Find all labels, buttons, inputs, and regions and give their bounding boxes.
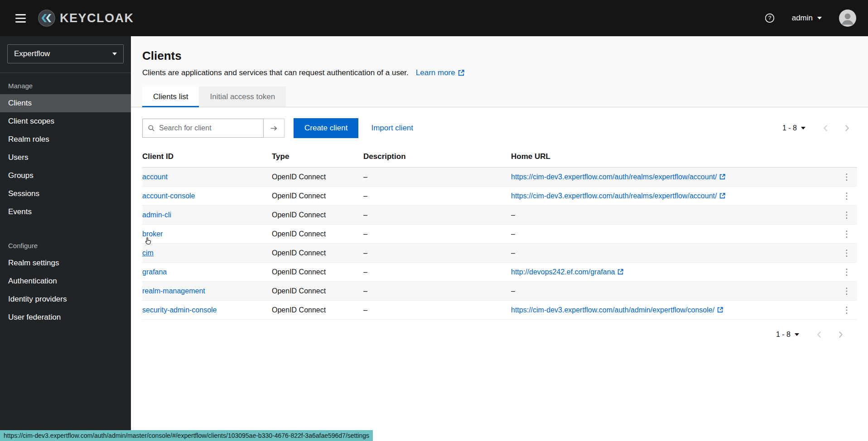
client-id-link[interactable]: grafana bbox=[142, 268, 167, 276]
external-link-icon bbox=[717, 307, 723, 313]
toolbar: Create client Import client 1 - 8 bbox=[131, 107, 868, 146]
pagination-bottom: 1 - 8 bbox=[131, 320, 868, 339]
external-link-icon bbox=[719, 193, 725, 199]
sidebar-item-events[interactable]: Events bbox=[0, 203, 131, 221]
kebab-menu-button[interactable]: ⋮ bbox=[839, 210, 855, 220]
client-type: OpenID Connect bbox=[272, 206, 363, 225]
col-header-description: Description bbox=[363, 146, 511, 168]
client-description: – bbox=[363, 301, 511, 320]
client-type: OpenID Connect bbox=[272, 263, 363, 282]
username-label: admin bbox=[792, 14, 813, 23]
kebab-icon: ⋮ bbox=[843, 229, 851, 239]
sidebar-section-configure: Configure Realm settings Authentication … bbox=[0, 221, 131, 326]
pagination-dropdown[interactable]: 1 - 8 bbox=[782, 124, 805, 132]
client-description: – bbox=[363, 225, 511, 244]
create-client-button[interactable]: Create client bbox=[294, 118, 358, 138]
client-id-link[interactable]: admin-cli bbox=[142, 211, 171, 219]
hamburger-icon bbox=[14, 12, 27, 24]
kebab-menu-button[interactable]: ⋮ bbox=[839, 248, 855, 258]
prev-page-button[interactable] bbox=[822, 124, 830, 132]
brand-logo: KEYCLOAK bbox=[38, 9, 134, 27]
table-row: admin-cli OpenID Connect – – ⋮ bbox=[142, 206, 857, 225]
kebab-menu-button[interactable]: ⋮ bbox=[839, 305, 855, 315]
sidebar-section-manage: Manage Clients Client scopes Realm roles… bbox=[0, 73, 131, 221]
sidebar-item-realm-roles[interactable]: Realm roles bbox=[0, 130, 131, 149]
table-row: cim OpenID Connect – – ⋮ bbox=[142, 244, 857, 263]
caret-down-icon bbox=[817, 17, 822, 19]
statusbar-link-preview: https://cim-dev3.expertflow.com/auth/adm… bbox=[0, 430, 373, 441]
chevron-right-icon bbox=[836, 331, 844, 339]
client-description: – bbox=[363, 187, 511, 206]
avatar-button[interactable] bbox=[839, 10, 856, 27]
sidebar-item-sessions[interactable]: Sessions bbox=[0, 185, 131, 203]
help-icon: ? bbox=[765, 13, 775, 23]
realm-selector[interactable]: Expertflow bbox=[7, 44, 124, 63]
table-row: security-admin-console OpenID Connect – … bbox=[142, 301, 857, 320]
masthead-right: ? admin bbox=[765, 10, 856, 27]
kebab-menu-button[interactable]: ⋮ bbox=[839, 286, 855, 296]
chevron-left-icon bbox=[815, 331, 824, 339]
external-link-icon bbox=[719, 174, 725, 180]
kebab-menu-button[interactable]: ⋮ bbox=[839, 191, 855, 201]
client-id-link[interactable]: cim bbox=[142, 249, 154, 257]
keycloak-logo-icon bbox=[38, 9, 56, 27]
home-url-link[interactable]: http://devops242.ef.com/grafana bbox=[511, 268, 623, 276]
import-client-link[interactable]: Import client bbox=[371, 124, 413, 133]
sidebar-item-clients[interactable]: Clients bbox=[0, 94, 131, 112]
realm-selector-label: Expertflow bbox=[14, 49, 50, 58]
client-description: – bbox=[363, 244, 511, 263]
home-url-link[interactable]: https://cim-dev3.expertflow.com/auth/rea… bbox=[511, 192, 725, 200]
table-row: realm-management OpenID Connect – – ⋮ bbox=[142, 282, 857, 301]
page-subtitle: Clients are applications and services th… bbox=[142, 68, 409, 77]
chevron-down-icon bbox=[112, 53, 117, 55]
sidebar-item-client-scopes[interactable]: Client scopes bbox=[0, 112, 131, 130]
chevron-left-icon bbox=[822, 124, 830, 132]
help-button[interactable]: ? bbox=[765, 13, 775, 23]
client-description: – bbox=[363, 206, 511, 225]
client-type: OpenID Connect bbox=[272, 244, 363, 263]
client-home-url: – bbox=[511, 244, 836, 263]
client-id-link[interactable]: account bbox=[142, 173, 168, 181]
col-header-home-url: Home URL bbox=[511, 146, 836, 168]
nav-toggle-button[interactable] bbox=[12, 10, 29, 27]
kebab-menu-button[interactable]: ⋮ bbox=[839, 267, 855, 277]
pagination-range-label: 1 - 8 bbox=[776, 331, 791, 339]
sidebar: Expertflow Manage Clients Client scopes … bbox=[0, 36, 131, 441]
user-menu-dropdown[interactable]: admin bbox=[792, 14, 822, 23]
client-id-link[interactable]: broker bbox=[142, 230, 163, 238]
sidebar-item-groups[interactable]: Groups bbox=[0, 167, 131, 185]
client-home-url: – bbox=[511, 206, 836, 225]
tab-initial-access-token[interactable]: Initial access token bbox=[199, 86, 286, 107]
sidebar-item-user-federation[interactable]: User federation bbox=[0, 308, 131, 326]
kebab-menu-button[interactable]: ⋮ bbox=[839, 172, 855, 182]
pagination-dropdown[interactable]: 1 - 8 bbox=[776, 331, 799, 339]
prev-page-button[interactable] bbox=[815, 331, 824, 339]
col-header-actions bbox=[836, 146, 857, 168]
clients-table: Client ID Type Description Home URL acco… bbox=[142, 146, 857, 320]
client-id-link[interactable]: security-admin-console bbox=[142, 306, 217, 314]
client-id-link[interactable]: realm-management bbox=[142, 287, 205, 295]
learn-more-link[interactable]: Learn more bbox=[416, 68, 464, 77]
client-id-link[interactable]: account-console bbox=[142, 192, 195, 200]
sidebar-item-authentication[interactable]: Authentication bbox=[0, 272, 131, 290]
sidebar-item-realm-settings[interactable]: Realm settings bbox=[0, 254, 131, 272]
sidebar-item-users[interactable]: Users bbox=[0, 149, 131, 167]
client-type: OpenID Connect bbox=[272, 225, 363, 244]
kebab-icon: ⋮ bbox=[843, 286, 851, 296]
search-input[interactable] bbox=[159, 124, 258, 132]
kebab-icon: ⋮ bbox=[843, 172, 851, 182]
main-content: Clients Clients are applications and ser… bbox=[131, 36, 868, 441]
home-url-link[interactable]: https://cim-dev3.expertflow.com/auth/adm… bbox=[511, 306, 723, 314]
client-type: OpenID Connect bbox=[272, 187, 363, 206]
next-page-button[interactable] bbox=[843, 124, 851, 132]
caret-down-icon bbox=[801, 127, 805, 129]
tab-clients-list[interactable]: Clients list bbox=[142, 86, 199, 107]
next-page-button[interactable] bbox=[836, 331, 844, 339]
home-url-link[interactable]: https://cim-dev3.expertflow.com/auth/rea… bbox=[511, 173, 725, 181]
kebab-menu-button[interactable]: ⋮ bbox=[839, 229, 855, 239]
client-type: OpenID Connect bbox=[272, 282, 363, 301]
sidebar-item-identity-providers[interactable]: Identity providers bbox=[0, 290, 131, 308]
client-description: – bbox=[363, 168, 511, 187]
search-submit-button[interactable] bbox=[264, 119, 285, 138]
external-link-icon bbox=[617, 269, 623, 275]
